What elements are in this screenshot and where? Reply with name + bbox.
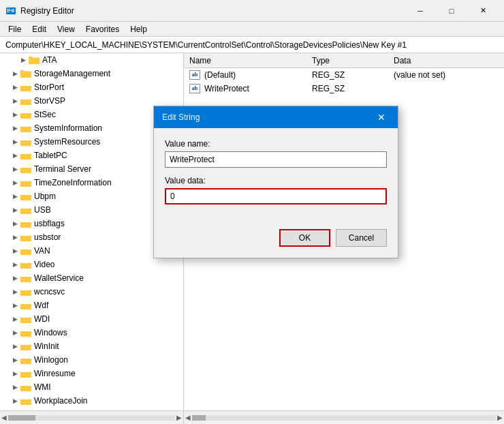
scroll-area: ◀ ▶ ◀ ▶ [0,410,504,424]
value-name-input[interactable] [165,151,387,168]
tree-label-StorPort: StorPort [34,82,64,92]
folder-icon-WinInit [20,342,31,351]
tree-label-StorVSP: StorVSP [34,96,65,106]
expand-arrow-VAN: ▶ [11,247,19,255]
expand-arrow-Video: ▶ [11,260,19,269]
row-default-type: REG_SZ [306,69,388,81]
folder-icon-USB [20,205,31,215]
svg-rect-4 [12,9,14,12]
tree-label-Wdf: Wdf [34,301,48,310]
folder-icon-VAN [20,246,31,256]
tree-item-Windows[interactable]: ▶ Windows [0,326,183,339]
menu-favorites[interactable]: Favorites [80,23,125,35]
left-scrollbar[interactable]: ◀ ▶ [0,411,184,424]
tree-label-usbstor: usbstor [34,232,61,242]
expand-arrow-SystemResources: ▶ [11,138,19,146]
expand-arrow-TabletPC: ▶ [11,151,19,160]
tree-item-Winlogon[interactable]: ▶ Winlogon [0,353,183,367]
reg-type-icon-default: ab [189,70,200,80]
expand-arrow-StorageManagement: ▶ [11,70,19,78]
window-title: Registry Editor [20,6,405,16]
scroll-right-left-arrow[interactable]: ◀ [185,414,191,421]
cancel-button[interactable]: Cancel [336,229,387,247]
expand-arrow-Winresume: ▶ [11,369,19,378]
tree-item-StorPort[interactable]: ▶ StorPort [0,80,183,94]
tree-label-WPN: WPN [34,410,53,410]
menu-edit[interactable]: Edit [27,23,52,35]
scroll-left-arrow[interactable]: ◀ [1,414,7,421]
tree-item-StorageManagement[interactable]: ▶ StorageManagement [0,67,183,80]
tree-label-VAN: VAN [34,246,50,256]
dialog-title: Edit String [162,112,200,122]
app-icon [5,5,16,16]
menu-help[interactable]: Help [125,23,153,35]
edit-string-dialog: Edit String ✕ Value name: Value data: OK… [153,106,398,258]
tree-label-ATA: ATA [42,55,57,65]
folder-icon-StorVSP [20,96,31,106]
tree-label-wcncsvc: wcncsvc [34,287,65,297]
dialog-close-button[interactable]: ✕ [373,109,390,125]
right-scrollbar[interactable]: ◀ ▶ [184,411,504,424]
row-writeprotect-name: ab WriteProtect [184,82,306,95]
tree-item-WinInit[interactable]: ▶ WinInit [0,339,183,353]
scroll-track-left [8,415,175,421]
table-row[interactable]: ab (Default) REG_SZ (value not set) [184,68,504,82]
tree-item-WPN[interactable]: ▶ WPN [0,408,183,410]
expand-arrow-usbflags: ▶ [11,219,19,228]
folder-icon-usbflags [20,219,31,228]
tree-label-Winresume: Winresume [34,369,76,378]
folder-icon-Winresume [20,369,31,378]
row-default-data: (value not set) [388,69,504,81]
folder-icon-wcncsvc [20,287,31,297]
expand-arrow-TimeZoneInformation: ▶ [11,179,19,187]
folder-icon-TabletPC [20,151,31,160]
tree-item-Wdf[interactable]: ▶ Wdf [0,299,183,312]
expand-arrow-WDI: ▶ [11,315,19,323]
menu-file[interactable]: File [3,23,27,35]
value-data-input[interactable] [165,188,387,205]
menu-view[interactable]: View [52,23,80,35]
minimize-button[interactable]: ─ [405,0,436,22]
tree-label-WMI: WMI [34,382,51,392]
tree-item-WorkplaceJoin[interactable]: ▶ WorkplaceJoin [0,394,183,408]
scroll-right-right-arrow[interactable]: ▶ [497,414,503,421]
folder-icon-TimeZoneInformation [20,178,31,187]
address-path: Computer\HKEY_LOCAL_MACHINE\SYSTEM\Curre… [5,40,407,50]
folder-icon-Windows [20,328,31,337]
tree-label-SystemInformation: SystemInformation [34,123,102,133]
svg-rect-2 [7,10,12,11]
expand-arrow-wcncsvc: ▶ [11,288,19,296]
tree-item-WDI[interactable]: ▶ WDI [0,312,183,326]
expand-arrow-Wdf: ▶ [11,301,19,309]
tree-label-WalletService: WalletService [34,273,84,283]
detail-header: Name Type Data [184,53,504,68]
close-button[interactable]: ✕ [467,0,499,22]
value-name-label: Value name: [165,139,387,149]
tree-item-ATA[interactable]: ▶ ATA [0,53,183,67]
svg-rect-1 [7,9,10,10]
row-writeprotect-type: REG_SZ [306,82,388,95]
folder-icon-WalletService [20,273,31,283]
tree-label-TerminalServer: Terminal Server [34,164,91,174]
row-default-name: ab (Default) [184,69,306,81]
tree-label-StSec: StSec [34,110,56,119]
tree-item-Winresume[interactable]: ▶ Winresume [0,367,183,380]
folder-icon-TerminalServer [20,164,31,174]
tree-item-WalletService[interactable]: ▶ WalletService [0,271,183,285]
folder-icon-StorageManagement [20,69,31,78]
tree-item-wcncsvc[interactable]: ▶ wcncsvc [0,285,183,299]
ok-button[interactable]: OK [279,229,330,247]
expand-arrow-USB: ▶ [11,206,19,214]
table-row[interactable]: ab WriteProtect REG_SZ [184,82,504,95]
tree-label-USB: USB [34,205,51,215]
folder-icon-WPN [20,410,31,410]
folder-icon-Ubpm [20,192,31,201]
expand-arrow-StSec: ▶ [11,110,19,119]
expand-arrow-StorPort: ▶ [11,83,19,91]
maximize-button[interactable]: □ [436,0,467,22]
dialog-title-bar: Edit String ✕ [154,106,398,128]
tree-label-usbflags: usbflags [34,219,65,228]
tree-item-Video[interactable]: ▶ Video [0,258,183,271]
scroll-right-arrow[interactable]: ▶ [176,414,182,421]
tree-item-WMI[interactable]: ▶ WMI [0,380,183,394]
